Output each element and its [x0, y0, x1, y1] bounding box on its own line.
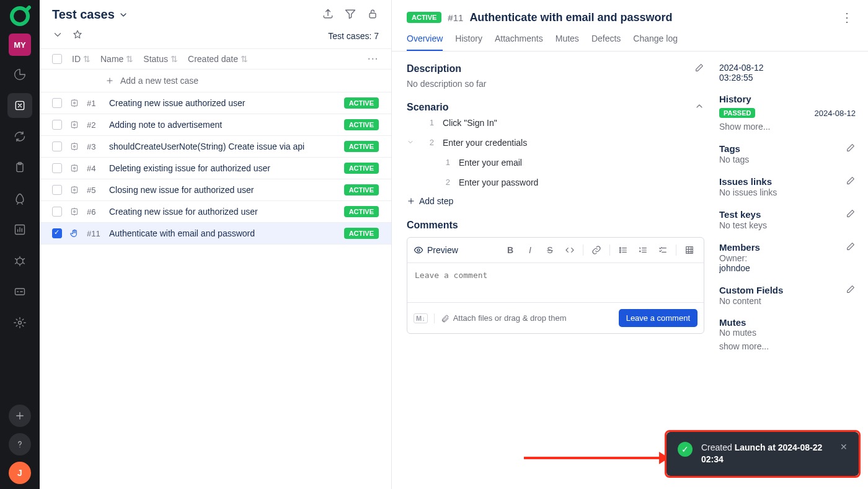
tab-mutes[interactable]: Mutes — [556, 31, 579, 51]
row-checkbox[interactable] — [52, 207, 62, 217]
row-id: #3 — [87, 142, 102, 151]
row-status: ACTIVE — [344, 206, 379, 217]
add-test-case-row[interactable]: Add a new test case — [40, 70, 391, 92]
test-case-list-pane: Test cases Test cases: 7 ID⇅ Name⇅ Statu… — [40, 0, 392, 489]
row-checkbox[interactable] — [52, 163, 62, 173]
row-checkbox[interactable] — [52, 141, 62, 151]
tab-history[interactable]: History — [455, 31, 482, 51]
mutes-title: Mutes — [719, 317, 856, 328]
test-case-row[interactable]: #4 Deleting existing issue for authorize… — [40, 158, 391, 179]
col-status[interactable]: Status⇅ — [143, 54, 178, 64]
col-created[interactable]: Created date⇅ — [188, 54, 248, 64]
svg-rect-9 — [71, 100, 77, 105]
comments-header: Comments — [407, 220, 704, 231]
test-case-count: Test cases: 7 — [328, 31, 379, 41]
step-number: 1 — [443, 158, 450, 167]
jobs-icon[interactable] — [7, 279, 32, 304]
row-id: #1 — [87, 99, 102, 108]
tab-overview[interactable]: Overview — [407, 31, 443, 51]
help-button[interactable] — [9, 433, 31, 455]
test-case-row[interactable]: #3 shouldCreateUserNote(String) Create i… — [40, 136, 391, 158]
svg-point-5 — [17, 258, 23, 264]
numbered-list-icon[interactable] — [635, 243, 651, 258]
history-show-more[interactable]: Show more... — [719, 122, 856, 132]
test-case-row[interactable]: #11 Authenticate with email and password… — [40, 223, 391, 244]
detail-menu[interactable]: ⋮ — [841, 10, 853, 25]
strikethrough-icon[interactable]: S — [542, 243, 558, 258]
add-test-case-label: Add a new test case — [120, 76, 198, 86]
row-name: shouldCreateUserNote(String) Create issu… — [109, 141, 337, 151]
tags-empty: No tags — [719, 155, 856, 164]
cycles-icon[interactable] — [7, 124, 32, 149]
table-icon[interactable] — [681, 243, 698, 258]
settings-icon[interactable] — [7, 310, 32, 335]
tab-change-log[interactable]: Change log — [633, 31, 678, 51]
row-checkbox[interactable] — [52, 228, 62, 238]
link-icon[interactable] — [588, 243, 604, 258]
test-cases-icon[interactable] — [7, 93, 32, 118]
custom-title: Custom Fields — [719, 284, 856, 296]
user-avatar[interactable]: J — [9, 462, 31, 484]
select-all-checkbox[interactable] — [52, 54, 62, 64]
edit-description-icon[interactable] — [694, 63, 704, 75]
leave-comment-button[interactable]: Leave a comment — [619, 309, 698, 327]
upload-icon[interactable] — [322, 7, 334, 22]
filter-icon[interactable] — [344, 7, 356, 22]
row-checkbox[interactable] — [52, 185, 62, 195]
tab-defects[interactable]: Defects — [591, 31, 621, 51]
lock-icon[interactable] — [366, 7, 379, 22]
dashboard-icon[interactable] — [7, 62, 32, 87]
column-menu[interactable]: ··· — [368, 54, 379, 64]
test-case-row[interactable]: #1 Creating new issue authorized user AC… — [40, 92, 391, 114]
mutes-show-more[interactable]: show more... — [719, 341, 856, 351]
code-icon[interactable] — [562, 243, 578, 258]
collapse-scenario-icon[interactable] — [694, 101, 704, 113]
svg-rect-11 — [71, 122, 77, 127]
edit-testkeys-icon[interactable] — [846, 209, 856, 220]
attach-file-button[interactable]: Attach files or drag & drop them — [441, 313, 567, 323]
edit-issues-icon[interactable] — [846, 176, 856, 187]
svg-point-23 — [619, 249, 621, 251]
test-case-row[interactable]: #2 Adding note to advertisement ACTIVE — [40, 114, 391, 136]
created-date: 2024-08-12 — [719, 63, 856, 73]
workspace-badge[interactable]: MY — [9, 34, 31, 56]
row-checkbox[interactable] — [52, 120, 62, 130]
scenario-substep[interactable]: 1Enter your email — [423, 153, 704, 173]
defects-icon[interactable] — [7, 248, 32, 273]
star-icon[interactable] — [72, 29, 83, 42]
launches-icon[interactable] — [7, 186, 32, 211]
test-case-row[interactable]: #5 Closing new issue for authorized user… — [40, 179, 391, 201]
collapse-all-icon[interactable] — [52, 29, 63, 42]
expand-step-icon[interactable] — [407, 138, 414, 148]
logo-icon[interactable] — [9, 5, 31, 27]
bullet-list-icon[interactable] — [615, 243, 631, 258]
comment-input[interactable] — [407, 263, 704, 300]
bold-icon[interactable]: B — [502, 243, 518, 258]
row-status: ACTIVE — [344, 163, 379, 174]
add-step-button[interactable]: Add step — [407, 196, 704, 206]
add-button[interactable] — [9, 405, 31, 427]
preview-toggle[interactable]: Preview — [414, 245, 458, 255]
toast-close-icon[interactable]: ✕ — [840, 442, 848, 452]
edit-tags-icon[interactable] — [846, 143, 856, 155]
page-title[interactable]: Test cases — [52, 7, 128, 22]
edit-members-icon[interactable] — [846, 241, 856, 253]
row-checkbox[interactable] — [52, 98, 62, 108]
tab-attachments[interactable]: Attachments — [495, 31, 543, 51]
toast-message: Created Launch at 2024-08-22 02:34 — [701, 442, 831, 466]
scenario-substep[interactable]: 2Enter your password — [423, 173, 704, 192]
scenario-step[interactable]: 2Enter your credentials — [407, 133, 704, 153]
scenario-header: Scenario — [407, 102, 694, 113]
task-list-icon[interactable] — [655, 243, 671, 258]
step-text: Enter your email — [459, 158, 522, 168]
edit-custom-icon[interactable] — [846, 284, 856, 296]
test-case-row[interactable]: #6 Creating new issue for authorized use… — [40, 201, 391, 223]
italic-icon[interactable]: I — [522, 243, 538, 258]
col-id[interactable]: ID⇅ — [72, 54, 91, 64]
analytics-icon[interactable] — [7, 217, 32, 242]
row-status: ACTIVE — [344, 228, 379, 239]
clipboard-icon[interactable] — [7, 155, 32, 180]
col-name[interactable]: Name⇅ — [100, 54, 133, 64]
svg-point-18 — [74, 189, 76, 191]
scenario-step[interactable]: 1Click "Sign In" — [407, 113, 704, 133]
